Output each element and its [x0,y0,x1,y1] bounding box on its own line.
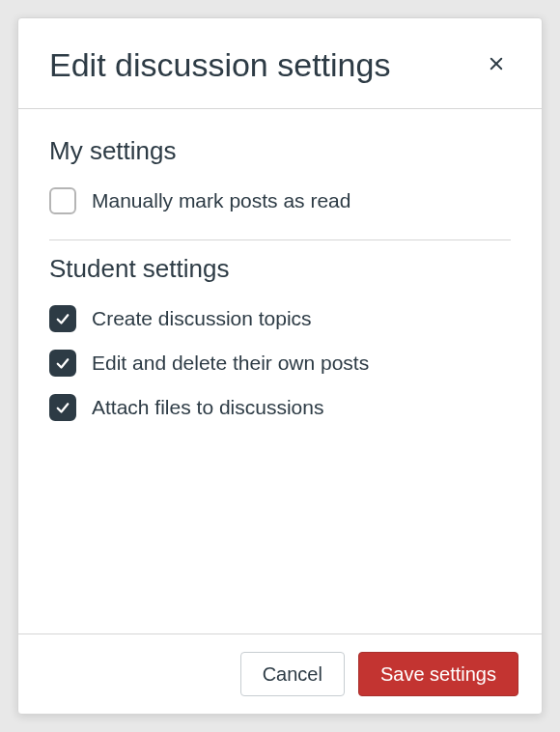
student-settings-heading: Student settings [49,254,511,284]
manually-mark-posts-label: Manually mark posts as read [92,187,350,213]
modal-header: Edit discussion settings [18,18,542,109]
create-discussion-topics-checkbox[interactable] [49,305,76,332]
close-button[interactable] [482,49,511,81]
my-settings-heading: My settings [49,136,511,166]
edit-discussion-settings-modal: Edit discussion settings My settings Man… [17,17,543,715]
attach-files-checkbox[interactable] [49,394,76,421]
save-settings-button[interactable]: Save settings [358,652,518,696]
section-divider [49,239,511,240]
close-icon [488,55,505,75]
create-discussion-topics-label: Create discussion topics [92,305,312,331]
edit-delete-own-posts-row[interactable]: Edit and delete their own posts [49,350,511,377]
cancel-button[interactable]: Cancel [240,652,345,696]
manually-mark-posts-checkbox[interactable] [49,187,76,214]
edit-delete-own-posts-label: Edit and delete their own posts [92,350,369,376]
modal-title: Edit discussion settings [49,45,390,85]
manually-mark-posts-row[interactable]: Manually mark posts as read [49,187,511,214]
attach-files-row[interactable]: Attach files to discussions [49,394,511,421]
modal-footer: Cancel Save settings [18,633,542,714]
attach-files-label: Attach files to discussions [92,394,323,420]
create-discussion-topics-row[interactable]: Create discussion topics [49,305,511,332]
edit-delete-own-posts-checkbox[interactable] [49,350,76,377]
modal-body: My settings Manually mark posts as read … [18,109,542,633]
